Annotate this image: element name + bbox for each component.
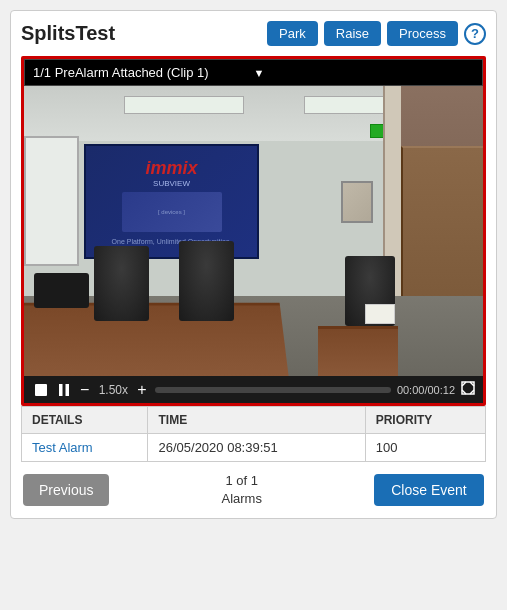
plus-icon: + — [137, 382, 146, 398]
wall-picture — [341, 181, 373, 223]
minus-icon: − — [80, 382, 89, 398]
immix-subtext: SUBVIEW — [153, 179, 190, 188]
wall-picture-inner — [343, 183, 371, 221]
details-table: DETAILS TIME PRIORITY Test Alarm 26/05/2… — [21, 406, 486, 462]
table-row: Test Alarm 26/05/2020 08:39:51 100 — [22, 434, 486, 462]
cell-priority: 100 — [365, 434, 485, 462]
details-tbody: Test Alarm 26/05/2020 08:39:51 100 — [22, 434, 486, 462]
cell-details[interactable]: Test Alarm — [22, 434, 148, 462]
zoom-in-button[interactable]: + — [135, 382, 148, 398]
zoom-out-button[interactable]: − — [78, 382, 91, 398]
svg-rect-2 — [66, 384, 70, 396]
ceiling-light-1 — [124, 96, 244, 114]
footer: Previous 1 of 1 Alarms Close Event — [21, 472, 486, 508]
video-controls: − 1.50x + 00:00/00:12 — [24, 376, 483, 403]
immix-devices: [ devices ] — [122, 192, 222, 232]
pagination-line2: Alarms — [222, 490, 262, 508]
conference-table-right — [318, 326, 398, 376]
page-title: SplitsTest — [21, 22, 115, 45]
conference-table — [24, 303, 289, 376]
paper-on-table — [365, 304, 395, 324]
immix-logo: immix — [145, 159, 197, 177]
chair-2 — [179, 241, 234, 321]
main-container: SplitsTest Park Raise Process ? 1/1 PreA… — [10, 10, 497, 519]
video-progress-bar[interactable] — [155, 387, 391, 393]
zoom-level: 1.50x — [97, 383, 129, 397]
close-event-button[interactable]: Close Event — [374, 474, 484, 506]
fullscreen-button[interactable] — [461, 381, 475, 398]
header-buttons: Park Raise Process ? — [267, 21, 486, 46]
park-button[interactable]: Park — [267, 21, 318, 46]
cell-time: 26/05/2020 08:39:51 — [148, 434, 365, 462]
video-wrapper: 1/1 PreAlarm Attached (Clip 1) ▼ — [21, 56, 486, 406]
pagination-line1: 1 of 1 — [222, 472, 262, 490]
video-area: immix SUBVIEW [ devices ] One Platform, … — [24, 86, 483, 376]
fullscreen-icon — [461, 381, 475, 395]
dropdown-arrow-icon: ▼ — [254, 67, 475, 79]
video-clip-label: 1/1 PreAlarm Attached (Clip 1) — [33, 65, 254, 80]
header: SplitsTest Park Raise Process ? — [21, 21, 486, 46]
record-icon — [34, 383, 48, 397]
whiteboard — [24, 136, 79, 266]
col-header-priority: PRIORITY — [365, 407, 485, 434]
pagination-info: 1 of 1 Alarms — [222, 472, 262, 508]
record-button[interactable] — [32, 383, 50, 397]
ceiling-light-2 — [304, 96, 384, 114]
time-total: 00:12 — [427, 384, 455, 396]
process-button[interactable]: Process — [387, 21, 458, 46]
video-scene: immix SUBVIEW [ devices ] One Platform, … — [24, 86, 483, 376]
video-time-display: 00:00/00:12 — [397, 384, 455, 396]
pause-button[interactable] — [56, 383, 72, 397]
camera-equipment — [34, 273, 89, 308]
chair-1 — [94, 246, 149, 321]
pause-icon — [58, 383, 70, 397]
previous-button[interactable]: Previous — [23, 474, 109, 506]
svg-rect-1 — [59, 384, 63, 396]
col-header-time: TIME — [148, 407, 365, 434]
col-header-details: DETAILS — [22, 407, 148, 434]
table-header-row: DETAILS TIME PRIORITY — [22, 407, 486, 434]
time-current: 00:00 — [397, 384, 425, 396]
raise-button[interactable]: Raise — [324, 21, 381, 46]
help-icon[interactable]: ? — [464, 23, 486, 45]
video-clip-dropdown[interactable]: 1/1 PreAlarm Attached (Clip 1) ▼ — [24, 59, 483, 86]
svg-rect-0 — [35, 384, 47, 396]
